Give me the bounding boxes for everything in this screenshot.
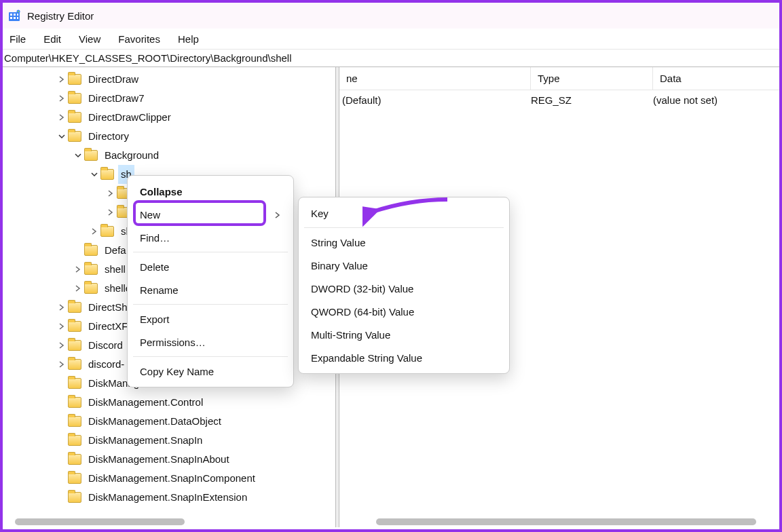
column-header-data[interactable]: Data [653,67,779,90]
chevron-down-icon[interactable] [88,168,100,180]
title-bar: Registry Editor [3,3,779,28]
tree-item[interactable]: DiskManagement.SnapInComponent [3,469,335,488]
folder-icon [100,169,114,180]
tree-item-label: discord- [86,355,127,374]
tree-item[interactable]: DiskManagement.SnapInAbout [3,450,335,469]
tree-item-label: Defa [102,241,129,260]
chevron-right-icon[interactable] [105,206,117,218]
folder-icon [84,150,98,161]
folder-icon [68,416,81,427]
tree-item[interactable]: DiskManagement.SnapInExtension [3,488,335,507]
address-path: Computer\HKEY_CLASSES_ROOT\Directory\Bac… [4,52,292,64]
folder-icon [68,93,81,104]
value-row[interactable]: (Default) REG_SZ (value not set) [339,90,779,109]
cm-item-binary-value[interactable]: Binary Value [299,254,509,277]
cm-separator [133,356,288,357]
folder-icon [68,321,81,332]
column-header-name[interactable]: ne [339,67,531,90]
tree-item[interactable]: DirectDraw7 [3,89,335,108]
svg-rect-2 [14,14,16,16]
cm-item-dword-value[interactable]: DWORD (32-bit) Value [299,277,509,300]
tree-item-label: DiskManagement.SnapInAbout [86,450,232,469]
folder-icon [84,245,98,256]
folder-icon [68,112,81,123]
tree-item-label: DiskManagement.SnapInExtension [86,488,250,507]
chevron-right-icon[interactable] [56,111,68,124]
cm-item-export[interactable]: Export [128,307,293,330]
cm-item-find[interactable]: Find… [128,226,293,249]
chevron-right-icon[interactable] [56,358,68,370]
tree-item[interactable]: DiskManagement.SnapIn [3,431,335,450]
values-scrollbar-horizontal[interactable] [376,518,756,525]
chevron-right-icon[interactable] [56,339,68,352]
cm-separator [133,252,288,252]
folder-icon [68,302,81,313]
menu-edit[interactable]: Edit [43,33,61,45]
chevron-right-icon[interactable] [56,92,68,104]
cm-item-qword-value[interactable]: QWORD (64-bit) Value [299,300,509,323]
chevron-right-icon[interactable] [88,225,100,238]
chevron-right-icon[interactable] [72,263,84,276]
cm-item-delete[interactable]: Delete [128,255,293,278]
address-bar[interactable]: Computer\HKEY_CLASSES_ROOT\Directory\Bac… [3,49,779,67]
tree-item[interactable]: Directory [3,127,335,146]
svg-rect-5 [14,17,16,19]
tree-item[interactable]: DirectDrawClipper [3,108,335,127]
tree-item-label: DirectSh [86,298,130,317]
column-header-type[interactable]: Type [531,67,653,90]
folder-icon [84,264,98,275]
menu-favorites[interactable]: Favorites [118,33,160,45]
tree-item-label: Discord [86,336,126,355]
svg-rect-1 [10,14,12,16]
tree-item-label: DirectDrawClipper [86,108,174,127]
folder-icon [68,340,81,351]
menu-view[interactable]: View [79,33,100,45]
chevron-down-icon[interactable] [72,149,84,162]
cm-item-collapse[interactable]: Collapse [128,180,293,203]
cm-item-string-value[interactable]: String Value [299,231,509,254]
tree-item-label: DiskManagement.DataObject [86,412,224,431]
folder-icon [68,397,81,408]
menu-help[interactable]: Help [178,33,199,45]
menu-bar: File Edit View Favorites Help [3,28,779,49]
values-columns-header: ne Type Data [339,67,779,90]
tree-item-label: DirectDraw7 [86,89,147,108]
folder-icon [68,131,81,142]
chevron-right-icon[interactable] [56,73,68,86]
cm-item-new[interactable]: New [128,203,293,226]
svg-rect-4 [10,17,12,19]
chevron-right-icon[interactable] [56,320,68,332]
tree-item[interactable]: DirectDraw [3,70,335,89]
tree-item-label: DiskManagement.Control [86,393,206,412]
tree-item-label: DirectXF [86,317,130,336]
folder-icon [68,473,81,484]
folder-icon [68,359,81,370]
tree-item[interactable]: Background [3,146,335,165]
cm-separator [133,304,288,305]
registry-editor-icon [8,10,20,22]
tree-item[interactable]: DiskManagement.DataObject [3,412,335,431]
chevron-right-icon[interactable] [105,187,117,200]
window-title: Registry Editor [27,10,94,22]
tree-item-label: DiskManagement.SnapIn [86,431,205,450]
menu-file[interactable]: File [10,33,26,45]
chevron-right-icon[interactable] [72,282,84,294]
svg-rect-6 [17,17,18,19]
chevron-right-icon[interactable] [56,301,68,314]
folder-icon [68,454,81,465]
tree-item-label: Background [102,146,162,165]
cm-item-permissions[interactable]: Permissions… [128,330,293,354]
tree-scrollbar-horizontal[interactable] [15,518,185,525]
folder-icon [100,226,114,237]
value-type: REG_SZ [531,94,653,106]
cm-item-multi-string-value[interactable]: Multi-String Value [299,323,509,346]
cm-item-copy-key-name[interactable]: Copy Key Name [128,360,293,383]
tree-item[interactable]: DiskManagement.Control [3,393,335,412]
folder-icon [68,74,81,85]
cm-item-expandable-string-value[interactable]: Expandable String Value [299,346,509,369]
chevron-down-icon[interactable] [56,130,68,142]
tree-item-label: Directory [86,127,132,146]
cm-item-rename[interactable]: Rename [128,278,293,301]
folder-icon [68,435,81,446]
folder-icon [68,378,81,389]
